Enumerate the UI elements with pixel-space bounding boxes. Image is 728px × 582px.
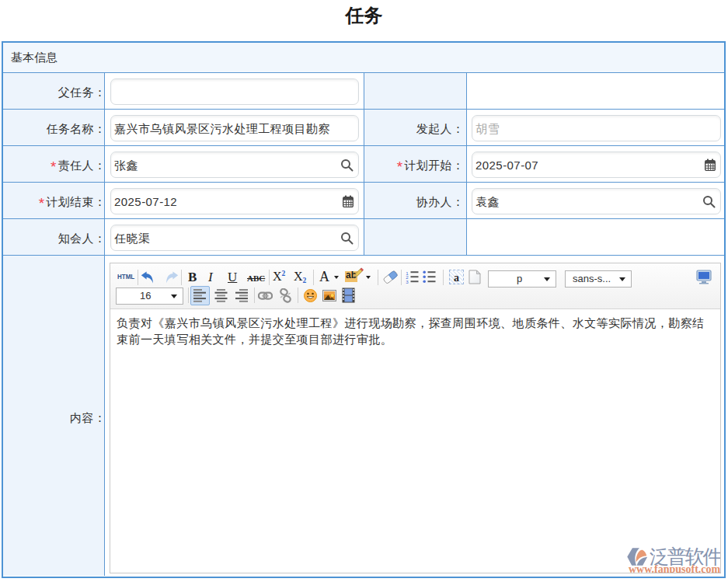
svg-text:3: 3: [406, 279, 409, 284]
